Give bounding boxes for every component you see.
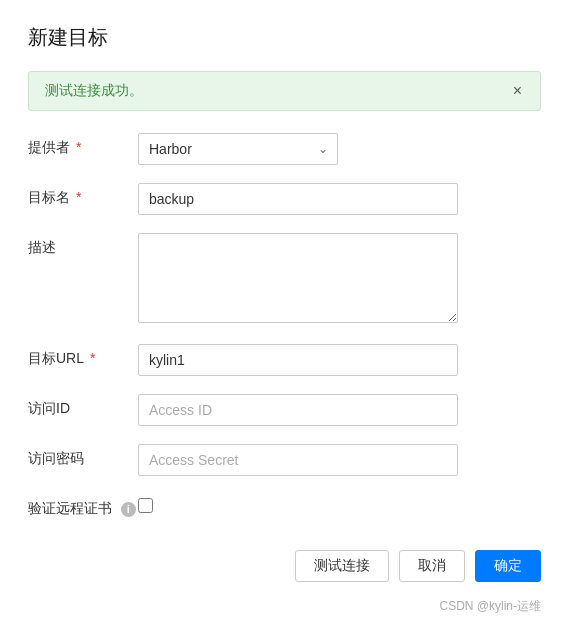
access-id-row: 访问ID (28, 394, 541, 426)
access-secret-control (138, 444, 541, 476)
target-name-input[interactable] (138, 183, 458, 215)
access-secret-label: 访问密码 (28, 444, 138, 468)
description-row: 描述 (28, 233, 541, 326)
verify-cert-row: 验证远程证书 i (28, 494, 541, 518)
provider-control: Harbor AWS S3 Docker Hub ⌄ (138, 133, 541, 165)
provider-row: 提供者 * Harbor AWS S3 Docker Hub ⌄ (28, 133, 541, 165)
verify-cert-checkbox[interactable] (138, 498, 153, 513)
verify-cert-label: 验证远程证书 i (28, 494, 138, 518)
target-url-control (138, 344, 541, 376)
success-banner: 测试连接成功。 × (28, 71, 541, 111)
test-connection-button[interactable]: 测试连接 (295, 550, 389, 582)
target-url-row: 目标URL * (28, 344, 541, 376)
access-id-input[interactable] (138, 394, 458, 426)
provider-select-wrapper: Harbor AWS S3 Docker Hub ⌄ (138, 133, 338, 165)
success-message: 测试连接成功。 (45, 82, 143, 100)
access-secret-input[interactable] (138, 444, 458, 476)
description-control (138, 233, 541, 326)
close-banner-button[interactable]: × (511, 83, 524, 99)
provider-select[interactable]: Harbor AWS S3 Docker Hub (138, 133, 338, 165)
target-name-label: 目标名 * (28, 183, 138, 207)
watermark: CSDN @kylin-运维 (28, 598, 541, 615)
access-secret-row: 访问密码 (28, 444, 541, 476)
info-icon[interactable]: i (121, 502, 136, 517)
target-url-required-marker: * (86, 350, 95, 366)
access-id-label: 访问ID (28, 394, 138, 418)
page-title: 新建目标 (28, 24, 541, 51)
description-textarea[interactable] (138, 233, 458, 323)
provider-label: 提供者 * (28, 133, 138, 157)
provider-required-marker: * (72, 139, 81, 155)
target-name-control (138, 183, 541, 215)
form-actions: 测试连接 取消 确定 (28, 550, 541, 594)
target-name-row: 目标名 * (28, 183, 541, 215)
verify-cert-control (138, 494, 541, 513)
cancel-button[interactable]: 取消 (399, 550, 465, 582)
confirm-button[interactable]: 确定 (475, 550, 541, 582)
target-url-label: 目标URL * (28, 344, 138, 368)
access-id-control (138, 394, 541, 426)
target-name-required-marker: * (72, 189, 81, 205)
new-target-form: 提供者 * Harbor AWS S3 Docker Hub ⌄ 目标名 * 描… (28, 133, 541, 594)
description-label: 描述 (28, 233, 138, 257)
target-url-input[interactable] (138, 344, 458, 376)
